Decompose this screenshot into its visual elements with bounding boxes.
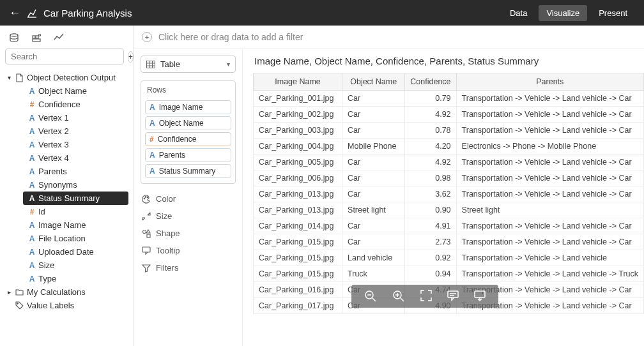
table-row[interactable]: Car_Parking_015.jpgTruck0.94Transportati… [254,266,644,282]
col-image[interactable]: Image Name [254,73,342,91]
tree-item[interactable]: AParents [23,165,128,178]
config-panel: Table ▾ Rows AImage Name AObject Name #C… [134,49,243,346]
table-row[interactable]: Car_Parking_013.jpgCar3.62Transportation… [254,186,644,202]
color-shelf[interactable]: Color [141,190,236,207]
table-row[interactable]: Car_Parking_005.jpgCar4.92Transportation… [254,154,644,170]
svg-point-7 [144,198,145,199]
svg-rect-11 [147,234,150,237]
tree-item[interactable]: AObject Name [23,84,128,98]
svg-point-9 [147,197,148,198]
size-icon [142,212,151,221]
tree-folder-labels[interactable]: Value Labels [5,299,128,312]
chevron-down-icon: ▾ [227,61,230,68]
tree-item[interactable]: #Confidence [23,98,128,111]
text-icon: A [26,194,38,203]
text-icon: A [26,87,38,96]
svg-rect-12 [142,247,150,252]
text-icon: A [26,234,38,243]
add-button[interactable]: + [128,51,134,63]
tree-item[interactable]: AStatus Summary [23,192,128,205]
text-icon: A [26,127,38,136]
tree-item[interactable]: AType [23,272,128,285]
zoom-out-icon[interactable] [364,290,377,303]
svg-rect-1 [33,39,40,41]
app-title: Car Parking Analysis [43,8,132,19]
table-row[interactable]: Car_Parking_013.jpgStreet light0.90Stree… [254,202,644,218]
rows-shelf[interactable]: Rows AImage Name AObject Name #Confidenc… [141,80,236,184]
tooltip-shelf[interactable]: Tooltip [141,242,236,259]
search-input[interactable] [5,49,124,64]
svg-rect-3 [36,36,38,38]
tree-item[interactable]: AImage Name [23,218,128,232]
text-icon: A [26,221,38,230]
tree-item[interactable]: AUploaded Date [23,245,128,259]
table-row[interactable]: Car_Parking_014.jpgCar4.91Transportation… [254,218,644,234]
tree-item[interactable]: AVertex 1 [23,111,128,124]
tree-item[interactable]: AVertex 2 [23,124,128,138]
text-icon: A [26,261,38,270]
filter-bar[interactable]: + Click here or drag data to add a filte… [134,26,644,49]
tree-item[interactable]: AVertex 3 [23,138,128,151]
palette-icon [142,195,151,204]
table-row[interactable]: Car_Parking_015.jpgLand vehicle0.92Trans… [254,250,644,266]
pill-status[interactable]: AStatus Summary [145,164,231,178]
tree-folder-calc[interactable]: ▸My Calculations [5,285,128,299]
table-row[interactable]: Car_Parking_002.jpgCar4.92Transportation… [254,107,644,123]
table-row[interactable]: Car_Parking_004.jpgMobile Phone4.20Elect… [254,139,644,154]
table-row[interactable]: Car_Parking_001.jpgCar0.79Transportation… [254,91,644,107]
text-icon: A [26,181,38,190]
filters-shelf[interactable]: Filters [141,259,236,276]
svg-rect-16 [475,291,485,297]
pill-confidence[interactable]: #Confidence [145,132,231,146]
svg-rect-2 [33,36,35,38]
comment-icon[interactable] [447,290,459,303]
table-row[interactable]: Car_Parking_003.jpgCar0.78Transportation… [254,123,644,139]
tree-item[interactable]: #Id [23,205,128,218]
zoom-in-icon[interactable] [392,290,405,303]
chart-icon [27,8,37,18]
trend-icon[interactable] [54,33,64,42]
svg-rect-6 [147,61,155,68]
tab-visualize[interactable]: Visualize [539,5,587,21]
add-filter-icon[interactable]: + [142,32,152,42]
sidebar: + ▾Object Detection OutputAObject Name#C… [0,26,134,346]
size-shelf[interactable]: Size [141,207,236,225]
table-row[interactable]: Car_Parking_015.jpgCar2.73Transportation… [254,234,644,250]
filter-icon [142,264,151,273]
col-object[interactable]: Object Name [342,73,405,91]
canvas: Image Name, Object Name, Confidence, Par… [243,49,644,346]
svg-point-5 [17,303,19,305]
bookmark-icon[interactable] [474,290,486,303]
tree-item[interactable]: AVertex 4 [23,151,128,165]
tree-item[interactable]: ASize [23,259,128,272]
shape-icon [142,229,151,238]
tree-item[interactable]: AFile Location [23,232,128,245]
filter-hint: Click here or drag data to add a filter [158,32,303,42]
fullscreen-icon[interactable] [420,290,432,303]
tab-data[interactable]: Data [502,5,535,21]
table-row[interactable]: Car_Parking_006.jpgCar0.98Transportation… [254,170,644,186]
text-icon: A [26,167,38,176]
svg-point-8 [145,196,146,197]
pill-image[interactable]: AImage Name [145,100,231,114]
tag-icon [15,301,27,310]
shape-shelf[interactable]: Shape [141,225,236,242]
table-icon [146,61,155,68]
pill-parents[interactable]: AParents [145,148,231,162]
tree-item[interactable]: ASynonyms [23,178,128,192]
col-confidence[interactable]: Confidence [405,73,456,91]
datamap-icon[interactable] [32,33,41,42]
svg-rect-15 [448,291,458,297]
tab-present[interactable]: Present [591,5,635,21]
col-parents[interactable]: Parents [456,73,643,91]
back-button[interactable]: ← [9,6,22,20]
sheet-icon [15,73,27,82]
datasource-icon[interactable] [9,33,19,42]
tree-root-item[interactable]: ▾Object Detection Output [5,71,128,84]
data-table: Image Name Object Name Confidence Parent… [253,73,644,314]
viz-type-select[interactable]: Table ▾ [141,56,236,73]
topbar: ← Car Parking Analysis Data Visualize Pr… [0,0,644,26]
svg-point-0 [10,34,18,36]
hash-icon: # [26,207,38,216]
pill-object[interactable]: AObject Name [145,116,231,130]
